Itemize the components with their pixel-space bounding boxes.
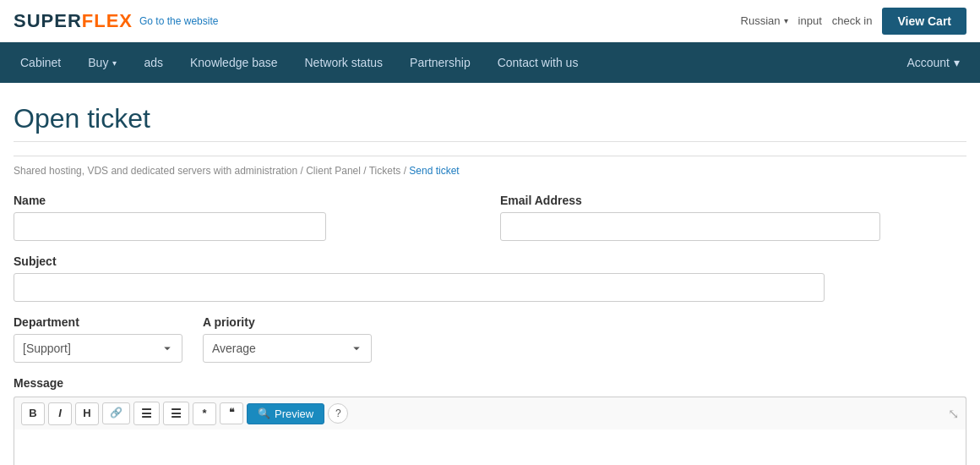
nav-item-buy[interactable]: Buy ▾ [74,42,130,83]
name-group: Name [14,194,480,241]
nav-label-contact: Contact with us [498,56,579,69]
breadcrumb-active: Send ticket [409,165,459,177]
name-label: Name [14,194,480,207]
top-right: Russian ▾ input check in View Cart [741,8,966,35]
email-label: Email Address [500,194,966,207]
message-label: Message [14,376,966,390]
logo-super: SUPER [14,10,82,31]
language-arrow: ▾ [784,16,788,25]
preview-button[interactable]: 🔍 Preview [247,403,324,424]
logo-text: SUPERFLEX [14,10,133,32]
nav-bar: Cabinet Buy ▾ ads Knowledge base Network… [0,42,980,83]
language-selector[interactable]: Russian ▾ [741,14,788,27]
help-button[interactable]: ? [328,403,348,424]
heading-button[interactable]: H [75,402,99,425]
page-title: Open ticket [14,103,966,134]
nav-label-buy: Buy [88,56,108,69]
logo-flex: FLEX [82,10,133,31]
name-email-row: Name Email Address [14,194,966,241]
go-to-website-link[interactable]: Go to the website [139,15,218,27]
department-group: Department [Support] Sales Billing Techn… [14,315,182,363]
quote-button[interactable]: ❝ [220,402,243,424]
nav-label-ads: ads [144,56,163,69]
view-cart-button[interactable]: View Cart [882,8,966,35]
subject-input[interactable] [14,273,825,302]
nav-item-partnership[interactable]: Partnership [396,42,484,83]
subject-label: Subject [14,254,966,268]
nav-item-cabinet[interactable]: Cabinet [7,42,74,83]
nav-label-partnership: Partnership [410,56,471,69]
list-ol-button[interactable]: ☰ [163,402,189,425]
nav-label-network-status: Network status [305,56,384,69]
dept-priority-row: Department [Support] Sales Billing Techn… [14,315,966,363]
nav-item-knowledge-base[interactable]: Knowledge base [177,42,291,83]
nav-label-cabinet: Cabinet [20,56,61,69]
email-input[interactable] [500,212,880,241]
checkin-link[interactable]: check in [832,14,873,27]
bold-button[interactable]: B [21,402,45,425]
message-toolbar: B I H 🔗 ☰ ☰ * ❝ 🔍 Preview ? ⤡ [14,397,966,429]
breadcrumb-client-panel[interactable]: Client Panel [306,165,361,177]
name-input[interactable] [14,212,326,241]
breadcrumb-tickets[interactable]: Tickets [369,165,401,177]
priority-select[interactable]: Low Average High Critical [203,334,372,363]
breadcrumb-home[interactable]: Shared hosting, VDS and dedicated server… [14,165,297,177]
nav-item-contact[interactable]: Contact with us [484,42,592,83]
account-arrow-icon: ▾ [954,56,960,69]
logo: SUPERFLEX Go to the website [14,10,218,32]
preview-label: Preview [275,408,313,420]
title-separator [14,141,966,142]
priority-label: A priority [203,315,372,329]
nav-item-ads[interactable]: ads [130,42,177,83]
nav-item-network-status[interactable]: Network status [291,42,397,83]
department-select[interactable]: [Support] Sales Billing Technical [14,334,182,363]
message-textarea[interactable] [14,429,966,465]
breadcrumb: Shared hosting, VDS and dedicated server… [14,165,460,177]
top-bar: SUPERFLEX Go to the website Russian ▾ in… [0,0,980,42]
expand-icon[interactable]: ⤡ [948,406,959,422]
nav-item-account[interactable]: Account ▾ [893,42,973,83]
subject-group: Subject [14,254,966,302]
language-label: Russian [741,14,781,27]
asterisk-button[interactable]: * [193,402,216,425]
input-link[interactable]: input [798,14,822,27]
breadcrumb-bar: Shared hosting, VDS and dedicated server… [14,156,966,177]
preview-search-icon: 🔍 [258,408,270,419]
buy-arrow-icon: ▾ [112,58,117,68]
list-ul-button[interactable]: ☰ [133,402,160,425]
nav-label-knowledge-base: Knowledge base [190,56,278,69]
link-button[interactable]: 🔗 [102,402,130,424]
email-group: Email Address [500,194,966,241]
nav-label-account: Account [906,56,950,69]
message-section: Message B I H 🔗 ☰ ☰ * ❝ 🔍 Preview ? ⤡ [14,376,966,465]
italic-button[interactable]: I [48,402,72,425]
priority-group: A priority Low Average High Critical [203,315,372,363]
department-label: Department [14,315,182,329]
main-content: Open ticket Shared hosting, VDS and dedi… [0,83,980,465]
